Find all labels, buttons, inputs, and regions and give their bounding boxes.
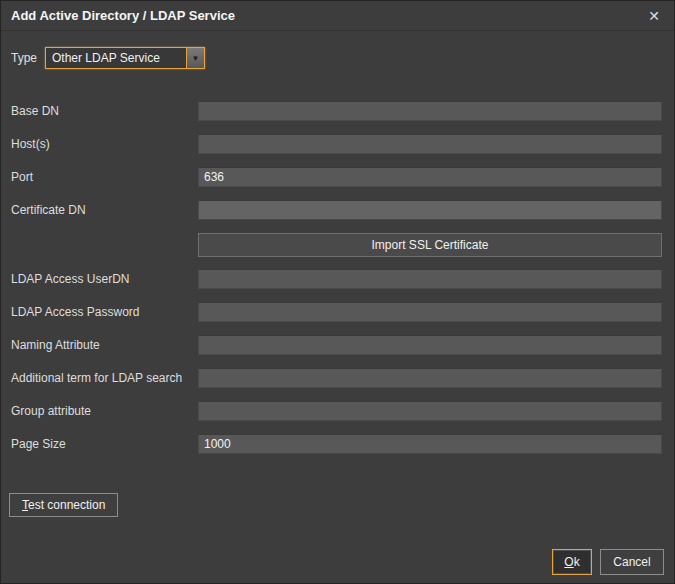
group-attribute-input[interactable] bbox=[198, 401, 662, 421]
form-row-port: Port bbox=[11, 167, 662, 187]
test-connection-label: Test connection bbox=[22, 498, 105, 512]
chevron-down-icon[interactable]: ▼ bbox=[186, 48, 204, 68]
additional-term-input[interactable] bbox=[198, 368, 662, 388]
form-row-certificate-dn: Certificate DN bbox=[11, 200, 662, 220]
form-row-ldap-access-userdn: LDAP Access UserDN bbox=[11, 269, 662, 289]
base-dn-label: Base DN bbox=[11, 104, 198, 118]
ldap-form: Base DN Host(s) Port Certificate DN Impo… bbox=[1, 101, 674, 454]
certificate-dn-input[interactable] bbox=[198, 200, 662, 220]
add-ldap-dialog: Add Active Directory / LDAP Service ✕ Ty… bbox=[0, 0, 675, 584]
close-icon[interactable]: ✕ bbox=[644, 6, 664, 26]
dialog-footer: Ok Cancel bbox=[552, 549, 664, 575]
naming-attribute-input[interactable] bbox=[198, 335, 662, 355]
type-select[interactable]: Other LDAP Service ▼ bbox=[45, 47, 205, 69]
port-label: Port bbox=[11, 170, 198, 184]
additional-term-label: Additional term for LDAP search bbox=[11, 371, 198, 385]
hosts-input[interactable] bbox=[198, 134, 662, 154]
page-size-label: Page Size bbox=[11, 437, 198, 451]
form-row-ldap-access-password: LDAP Access Password bbox=[11, 302, 662, 322]
dialog-title: Add Active Directory / LDAP Service bbox=[11, 8, 644, 23]
ok-label: Ok bbox=[563, 555, 581, 569]
ldap-access-userdn-input[interactable] bbox=[198, 269, 662, 289]
ok-button[interactable]: Ok bbox=[552, 549, 592, 575]
import-ssl-certificate-button[interactable]: Import SSL Certificate bbox=[198, 233, 662, 257]
type-select-value: Other LDAP Service bbox=[46, 51, 186, 65]
ldap-access-userdn-label: LDAP Access UserDN bbox=[11, 272, 198, 286]
type-label: Type bbox=[11, 51, 45, 65]
type-row: Type Other LDAP Service ▼ bbox=[11, 47, 674, 69]
ldap-access-password-input[interactable] bbox=[198, 302, 662, 322]
dialog-titlebar: Add Active Directory / LDAP Service ✕ bbox=[1, 1, 674, 31]
port-input[interactable] bbox=[198, 167, 662, 187]
form-row-additional-term: Additional term for LDAP search bbox=[11, 368, 662, 388]
certificate-dn-label: Certificate DN bbox=[11, 203, 198, 217]
cancel-button[interactable]: Cancel bbox=[600, 549, 664, 575]
hosts-label: Host(s) bbox=[11, 137, 198, 151]
page-size-input[interactable] bbox=[198, 434, 662, 454]
form-row-base-dn: Base DN bbox=[11, 101, 662, 121]
form-row-group-attribute: Group attribute bbox=[11, 401, 662, 421]
ldap-access-password-label: LDAP Access Password bbox=[11, 305, 198, 319]
naming-attribute-label: Naming Attribute bbox=[11, 338, 198, 352]
form-row-hosts: Host(s) bbox=[11, 134, 662, 154]
form-row-naming-attribute: Naming Attribute bbox=[11, 335, 662, 355]
base-dn-input[interactable] bbox=[198, 101, 662, 121]
form-row-page-size: Page Size bbox=[11, 434, 662, 454]
test-connection-button[interactable]: Test connection bbox=[9, 493, 118, 517]
group-attribute-label: Group attribute bbox=[11, 404, 198, 418]
form-row-import-ssl: Import SSL Certificate bbox=[11, 233, 662, 257]
